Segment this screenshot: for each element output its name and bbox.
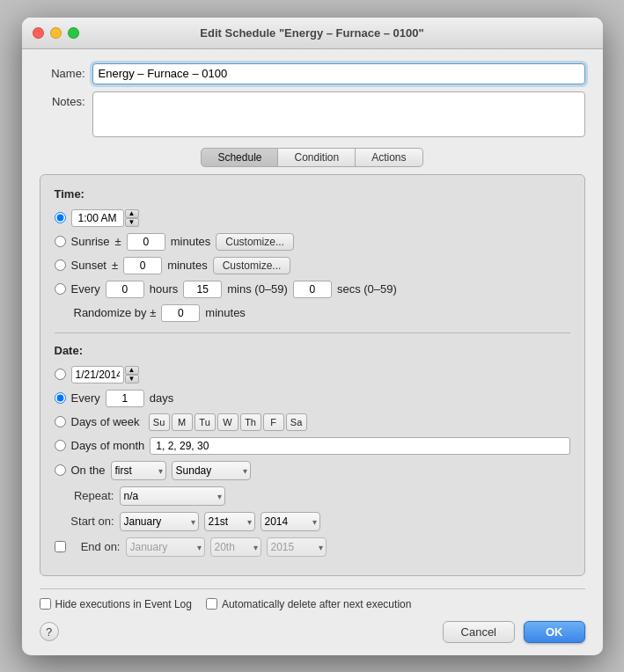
start-year-select[interactable]: 201420152016 [261, 512, 320, 531]
tabs-row: Schedule Condition Actions [40, 148, 585, 167]
sunset-customize-btn[interactable]: Customize... [213, 257, 291, 274]
titlebar: Edit Schedule "Energy – Furnace – 0100" [22, 18, 603, 49]
randomize-label: Randomize by ± [74, 306, 157, 319]
window-body: Name: Notes: Schedule Condition Actions … [22, 49, 603, 655]
sunrise-radio[interactable] [55, 236, 66, 247]
every-hours-input[interactable] [106, 281, 144, 298]
date-spin-wrap: ▲ ▼ [71, 366, 139, 383]
cancel-button[interactable]: Cancel [443, 621, 515, 643]
day-tu[interactable]: Tu [195, 413, 216, 431]
help-button[interactable]: ? [40, 622, 59, 641]
every-secs-input[interactable] [293, 281, 332, 298]
start-day-wrapper: 21st [204, 512, 255, 531]
sunrise-customize-btn[interactable]: Customize... [216, 233, 294, 251]
day-w[interactable]: W [217, 413, 239, 431]
on-the-day-wrapper: Sunday Monday Tuesday Wednesday Thursday… [172, 461, 251, 480]
action-buttons: Cancel OK [443, 621, 585, 643]
name-row: Name: [40, 63, 585, 84]
time-fixed-radio[interactable] [55, 212, 66, 223]
end-month-select[interactable]: January [126, 537, 205, 557]
time-date-divider [55, 332, 570, 333]
date-section-label: Date: [55, 344, 570, 357]
date-up-btn[interactable]: ▲ [125, 366, 139, 375]
days-of-month-radio[interactable] [55, 440, 66, 451]
time-up-btn[interactable]: ▲ [125, 209, 139, 218]
sunrise-mins-input[interactable] [127, 233, 165, 251]
auto-delete-label: Automatically delete after next executio… [206, 598, 411, 610]
sunrise-row: Sunrise ± minutes Customize... [55, 233, 570, 251]
tab-schedule[interactable]: Schedule [201, 148, 278, 167]
on-the-first-select[interactable]: first second third fourth last [111, 461, 166, 480]
repeat-select[interactable]: n/a daily weekly monthly yearly [120, 486, 225, 506]
hours-label: hours [150, 282, 179, 296]
ok-button[interactable]: OK [524, 621, 585, 643]
close-button[interactable] [33, 27, 44, 39]
date-down-btn[interactable]: ▼ [125, 375, 139, 383]
end-year-wrapper: 2015 [267, 537, 327, 557]
date-fixed-radio[interactable] [55, 369, 66, 380]
days-of-week-radio[interactable] [55, 416, 66, 427]
days-of-week-label: Days of week [71, 415, 140, 428]
action-row: ? Cancel OK [40, 621, 585, 643]
secs-label: secs (0–59) [337, 282, 397, 296]
traffic-lights [33, 27, 79, 39]
sunset-radio[interactable] [55, 259, 66, 271]
sunrise-label: Sunrise [71, 235, 110, 248]
repeat-label: Repeat: [55, 489, 114, 502]
date-value-input[interactable] [71, 366, 124, 383]
every-days-input[interactable] [106, 390, 144, 407]
minimize-button[interactable] [50, 27, 62, 39]
sunset-pm: ± [112, 259, 118, 272]
time-input-wrap: ▲ ▼ [71, 209, 139, 227]
every-days-radio[interactable] [55, 392, 66, 404]
end-on-checkbox[interactable] [55, 541, 66, 552]
randomize-suffix: minutes [205, 306, 246, 319]
notes-textarea[interactable] [92, 91, 585, 137]
sunset-mins-input[interactable] [123, 257, 162, 274]
notes-label: Notes: [40, 95, 85, 108]
time-spinner: ▲ ▼ [125, 209, 139, 227]
end-day-wrapper: 20th [210, 537, 261, 557]
start-year-wrapper: 201420152016 [261, 512, 320, 531]
day-su[interactable]: Su [149, 413, 170, 431]
days-of-month-label: Days of month [71, 439, 145, 452]
sunset-mins-label: minutes [167, 259, 208, 272]
date-fixed-row: ▲ ▼ [55, 366, 570, 383]
start-month-select[interactable]: JanuaryFebruaryMarch AprilMayJune JulyAu… [120, 512, 199, 531]
repeat-wrapper: n/a daily weekly monthly yearly [120, 486, 225, 506]
randomize-input[interactable] [161, 304, 200, 322]
end-year-select[interactable]: 2015 [267, 537, 327, 557]
sunrise-mins-label: minutes [171, 235, 211, 248]
on-the-label: On the [71, 464, 106, 477]
start-month-wrapper: JanuaryFebruaryMarch AprilMayJune JulyAu… [120, 512, 199, 531]
day-th[interactable]: Th [240, 413, 261, 431]
time-section-label: Time: [55, 187, 570, 201]
every-days-label: Every [71, 391, 100, 405]
days-of-month-input[interactable] [150, 437, 569, 455]
end-month-wrapper: January [126, 537, 205, 557]
tab-actions[interactable]: Actions [356, 148, 422, 167]
on-the-radio[interactable] [55, 464, 66, 476]
every-hours-radio[interactable] [55, 283, 66, 295]
name-input[interactable] [92, 63, 585, 84]
day-f[interactable]: F [263, 413, 284, 431]
sunset-label: Sunset [71, 259, 106, 272]
time-down-btn[interactable]: ▼ [125, 218, 139, 227]
hide-executions-checkbox[interactable] [40, 598, 51, 610]
tab-condition[interactable]: Condition [278, 148, 356, 167]
maximize-button[interactable] [68, 27, 79, 39]
time-fixed-row: ▲ ▼ [55, 209, 570, 227]
start-day-select[interactable]: 21st [204, 512, 255, 531]
auto-delete-checkbox[interactable] [206, 598, 217, 610]
on-the-first-wrapper: first second third fourth last [111, 461, 166, 480]
end-on-row: End on: January 20th 2015 [55, 537, 570, 557]
on-the-row: On the first second third fourth last Su… [55, 461, 570, 480]
time-value-input[interactable] [71, 209, 124, 227]
end-day-select[interactable]: 20th [210, 537, 261, 557]
on-the-day-select[interactable]: Sunday Monday Tuesday Wednesday Thursday… [172, 461, 251, 480]
bottom-row: Hide executions in Event Log Automatical… [40, 588, 585, 610]
day-sa[interactable]: Sa [286, 413, 307, 431]
day-m[interactable]: M [172, 413, 193, 431]
end-label: End on: [71, 540, 121, 553]
every-mins-input[interactable] [183, 281, 222, 298]
